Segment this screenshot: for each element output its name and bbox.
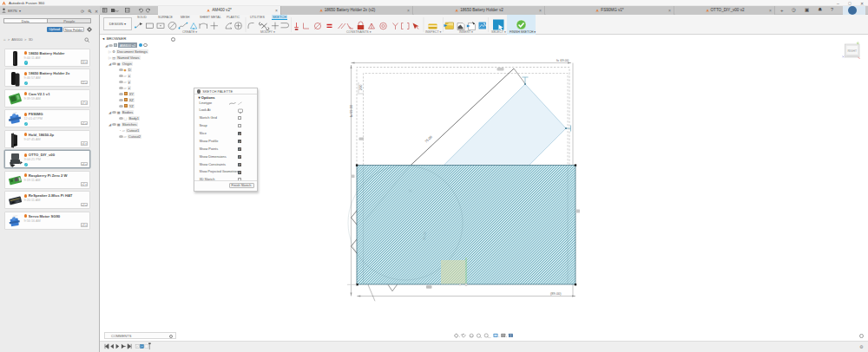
svg-text:2.00: 2.00 xyxy=(359,85,363,91)
svg-text:(89.00): (89.00) xyxy=(550,291,562,296)
svg-text:RIGHT: RIGHT xyxy=(847,49,857,53)
svg-text:fx 69.00: fx 69.00 xyxy=(349,104,353,117)
svg-text:fx 69.00: fx 69.00 xyxy=(556,58,569,62)
